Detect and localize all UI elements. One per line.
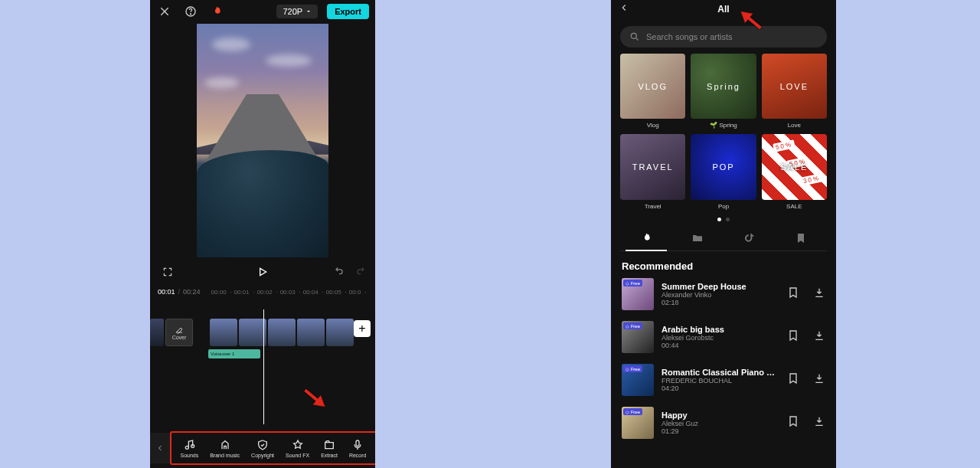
source-tabs	[620, 226, 827, 251]
back-button[interactable]	[619, 2, 629, 16]
resolution-button[interactable]: 720P	[276, 5, 318, 18]
annotation-arrow-icon	[294, 375, 337, 418]
voiceover-clip[interactable]: Voiceover 1	[208, 349, 260, 358]
music-title: All	[717, 4, 729, 15]
ruler-tick: 00:01	[234, 289, 250, 296]
sound-fx-tool[interactable]: Sound FX	[286, 439, 309, 458]
tab-trending[interactable]	[620, 226, 672, 250]
song-thumb: ◇ Free	[622, 278, 654, 310]
category-label: 🌱 Spring	[710, 122, 737, 129]
category-pop[interactable]: POPPop	[691, 134, 756, 209]
video-preview[interactable]	[197, 24, 328, 257]
redo-button[interactable]	[355, 265, 366, 279]
total-time: 00:24	[183, 288, 201, 296]
tab-bookmark[interactable]	[776, 226, 828, 250]
chevron-down-icon	[305, 8, 312, 15]
record-tool[interactable]: Record	[349, 439, 367, 458]
copyright-tool[interactable]: Copyright	[251, 439, 274, 458]
category-label: SALE	[786, 203, 802, 210]
export-button[interactable]: Export	[327, 4, 369, 19]
category-label: Love	[788, 122, 801, 129]
download-button[interactable]	[813, 286, 825, 301]
timecode-bar: 00:01 / 00:24 00:0000:0100:0200:0300:040…	[150, 286, 375, 299]
music-topbar: All	[611, 0, 836, 18]
song-list: ◇ FreeSummer Deep HouseAlexander Vinko02…	[611, 278, 836, 439]
play-button[interactable]	[255, 264, 270, 280]
recommended-heading: Recommended	[611, 251, 836, 278]
bookmark-button[interactable]	[787, 415, 799, 430]
free-badge: ◇ Free	[623, 365, 642, 372]
category-label: Pop	[718, 203, 729, 210]
category-label: Vlog	[647, 122, 659, 129]
close-icon[interactable]	[156, 3, 173, 20]
extract-tool[interactable]: Extract	[321, 439, 338, 458]
category-label: Travel	[645, 203, 662, 210]
editor-topbar: 720P Export	[150, 0, 375, 23]
song-duration: 01:29	[662, 427, 779, 435]
flame-icon	[640, 232, 652, 244]
ruler-tick: 00:02	[257, 289, 273, 296]
song-row[interactable]: ◇ FreeRomantic Classical Piano SoloFREDE…	[622, 364, 825, 396]
category-grid: VLOGVlogSpring🌱 SpringLOVELoveTRAVELTrav…	[611, 54, 836, 210]
search-input[interactable]: Search songs or artists	[620, 26, 827, 47]
help-icon[interactable]	[182, 3, 199, 20]
song-actions	[787, 372, 825, 387]
song-artist: FREDERIC BOUCHAL	[662, 377, 779, 385]
add-clip-button[interactable]: +	[354, 320, 371, 337]
song-info: Romantic Classical Piano SoloFREDERIC BO…	[662, 368, 779, 392]
download-button[interactable]	[813, 329, 825, 344]
category-love[interactable]: LOVELove	[762, 54, 827, 129]
category-spring[interactable]: Spring🌱 Spring	[691, 54, 756, 129]
tools-back-button[interactable]	[150, 433, 170, 463]
song-title: Romantic Classical Piano Solo	[662, 368, 779, 377]
svg-rect-4	[356, 440, 359, 446]
time-ruler[interactable]: 00:0000:0100:0200:0300:0400:0500:0	[211, 289, 361, 296]
free-badge: ◇ Free	[623, 322, 642, 329]
song-thumb: ◇ Free	[622, 364, 654, 396]
category-vlog[interactable]: VLOGVlog	[620, 54, 685, 129]
bookmark-icon	[795, 232, 807, 244]
song-info: HappyAleksei Guz01:29	[662, 411, 779, 435]
song-info: Summer Deep HouseAlexander Vinko02:18	[662, 282, 779, 306]
page-dot[interactable]	[726, 218, 730, 221]
category-tile: Spring	[691, 54, 756, 119]
tab-folder[interactable]	[672, 226, 724, 250]
category-travel[interactable]: TRAVELTravel	[620, 134, 685, 209]
download-button[interactable]	[813, 372, 825, 387]
brand-music-tool[interactable]: Brand music	[210, 439, 240, 458]
category-sale[interactable]: 50%50%30%SALESALE	[762, 134, 827, 209]
song-row[interactable]: ◇ FreeSummer Deep HouseAlexander Vinko02…	[622, 278, 825, 310]
sounds-tool[interactable]: Sounds	[180, 439, 198, 458]
song-title: Arabic big bass	[662, 325, 779, 334]
ruler-tick: 00:04	[303, 289, 318, 296]
download-button[interactable]	[813, 415, 825, 430]
flame-icon[interactable]	[208, 3, 225, 20]
song-thumb: ◇ Free	[622, 321, 654, 353]
song-row[interactable]: ◇ FreeHappyAleksei Guz01:29	[622, 407, 825, 439]
song-row[interactable]: ◇ FreeArabic big bassAleksei Gorobstc00:…	[622, 321, 825, 353]
ruler-tick: 00:0	[349, 289, 361, 296]
song-artist: Alexander Vinko	[662, 291, 779, 299]
playhead[interactable]	[263, 309, 264, 424]
search-icon	[629, 31, 640, 42]
category-tile: VLOG	[620, 54, 685, 119]
transport-bar	[150, 257, 375, 286]
resolution-label: 720P	[283, 7, 302, 16]
bookmark-button[interactable]	[787, 286, 799, 301]
search-placeholder: Search songs or artists	[646, 32, 733, 41]
undo-button[interactable]	[334, 265, 345, 279]
folder-icon	[691, 232, 704, 244]
tiktok-icon	[743, 232, 756, 244]
timeline[interactable]: Cover + Voiceover 1	[150, 303, 375, 363]
bookmark-button[interactable]	[787, 329, 799, 344]
bookmark-button[interactable]	[787, 372, 799, 387]
editor-screen: 720P Export 00:01 / 0	[150, 0, 375, 468]
tab-tiktok[interactable]	[724, 226, 776, 250]
song-thumb: ◇ Free	[622, 407, 654, 439]
page-dot[interactable]	[717, 218, 721, 221]
song-duration: 00:44	[662, 342, 779, 349]
song-actions	[787, 329, 825, 344]
category-tile: 50%50%30%SALE	[762, 134, 827, 199]
svg-point-5	[631, 33, 636, 38]
fullscreen-icon[interactable]	[159, 263, 176, 280]
